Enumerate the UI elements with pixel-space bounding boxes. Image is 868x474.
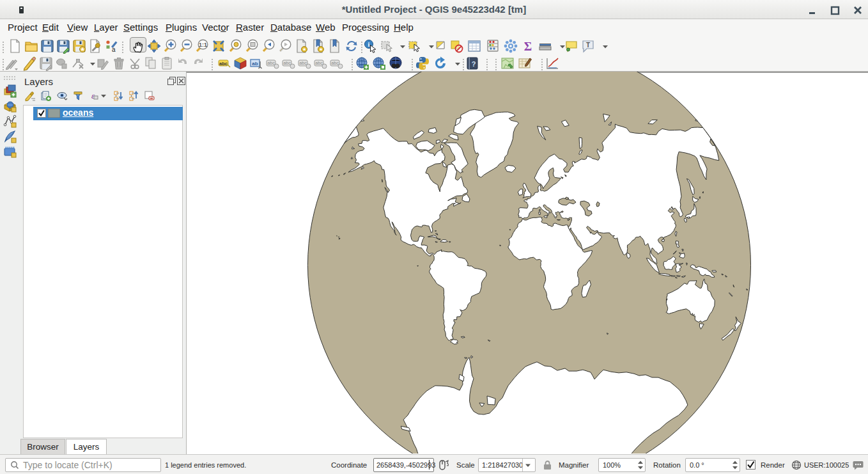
svg-text:a: a [112, 46, 116, 53]
svg-text:abc: abc [267, 61, 275, 65]
svg-text:ab: ab [252, 61, 258, 67]
svg-text:i: i [368, 41, 370, 48]
svg-text:T: T [586, 42, 590, 49]
svg-text:abc: abc [315, 61, 323, 65]
svg-text:abc: abc [331, 61, 339, 65]
svg-text:1:1: 1:1 [199, 42, 207, 48]
svg-text:?: ? [472, 60, 476, 68]
svg-text:Σ: Σ [524, 40, 532, 53]
svg-text:abc: abc [219, 61, 228, 67]
svg-text:abc: abc [283, 61, 291, 65]
svg-text:abc: abc [299, 61, 307, 65]
